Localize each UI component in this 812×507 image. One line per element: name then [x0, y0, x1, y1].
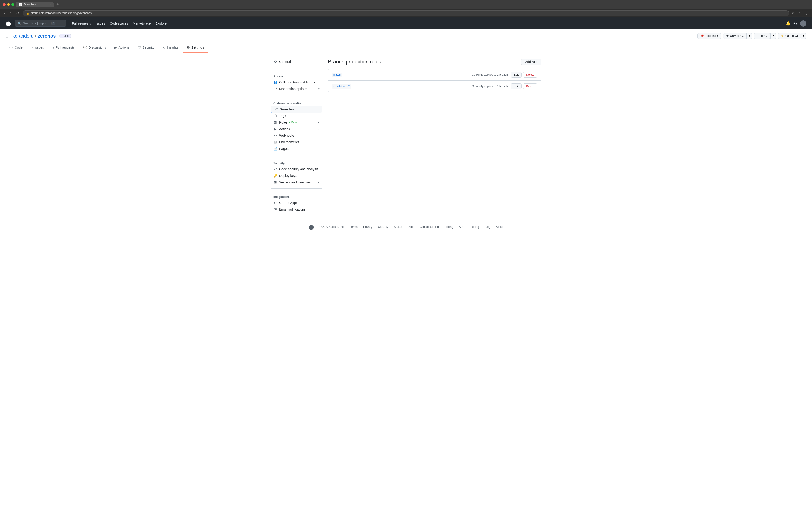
nav-settings[interactable]: ⚙ Settings [183, 43, 208, 53]
close-button[interactable] [3, 3, 6, 6]
rule-applies-main: Currently applies to 1 branch [472, 73, 508, 76]
sidebar-item-actions[interactable]: ▶ Actions ▾ [271, 126, 323, 132]
search-placeholder: Search or jump to... [23, 21, 50, 25]
nav-security[interactable]: 🛡 Security [134, 43, 158, 53]
nav-explore[interactable]: Explore [156, 21, 167, 25]
github-logo[interactable]: ⬤ [6, 21, 11, 26]
address-bar-url: github.com/korandoru/zeronos/settings/br… [31, 11, 92, 15]
sidebar-item-github-apps[interactable]: ⊙ GitHub Apps [271, 200, 323, 206]
lock-icon: 🔒 [26, 12, 30, 15]
nav-code[interactable]: <> Code [6, 43, 26, 53]
moderation-icon: 🛡 [274, 87, 277, 91]
nav-pull-requests[interactable]: Pull requests [72, 21, 91, 25]
extensions-icon[interactable]: ⧉ [791, 11, 795, 16]
maximize-button[interactable] [11, 3, 14, 6]
code-security-icon: 🛡 [274, 167, 277, 171]
sidebar-item-email-notifications[interactable]: ✉ Email notifications [271, 206, 323, 213]
breadcrumb-slash: / [35, 33, 37, 39]
general-icon: ⚙ [274, 60, 277, 64]
owner-link[interactable]: korandoru [12, 33, 34, 39]
pin-icon: 📌 [700, 34, 704, 38]
nav-actions[interactable]: ▶ Actions [111, 43, 133, 53]
insights-nav-label: Insights [167, 46, 178, 49]
new-tab-button[interactable]: + [55, 2, 60, 7]
visibility-badge: Public [59, 34, 71, 38]
repo-header: ⊡ korandoru / zeronos Public 📌 Edit Pins… [0, 30, 812, 43]
sidebar-section-security: Security [271, 158, 323, 166]
edit-main-rule-button[interactable]: Edit [511, 72, 522, 77]
sidebar-item-collaborators[interactable]: 👥 Collaborators and teams [271, 79, 323, 86]
avatar[interactable] [800, 20, 806, 26]
rules-icon: ⊡ [274, 120, 277, 124]
code-nav-label: Code [14, 46, 22, 49]
fork-button[interactable]: ⑂ Fork 7 [754, 33, 771, 39]
fork-dropdown-button[interactable]: ▾ [770, 33, 776, 39]
reload-button[interactable]: ↺ [15, 11, 21, 16]
sidebar-item-webhooks[interactable]: ↩ Webhooks [271, 132, 323, 139]
star-icon: ★ [781, 34, 784, 38]
forward-button[interactable]: › [9, 11, 13, 16]
footer-terms[interactable]: Terms [350, 225, 358, 229]
address-bar[interactable]: 🔒 github.com/korandoru/zeronos/settings/… [22, 10, 789, 16]
minimize-button[interactable] [7, 3, 10, 6]
footer-blog[interactable]: Blog [485, 225, 490, 229]
footer-about[interactable]: About [496, 225, 503, 229]
footer-security[interactable]: Security [378, 225, 388, 229]
star-button[interactable]: ★ Starred 23 [778, 33, 801, 39]
sidebar-item-moderation[interactable]: 🛡 Moderation options ▾ [271, 86, 323, 92]
unwatch-dropdown-button[interactable]: ▾ [746, 33, 752, 39]
rule-row: archive-* Currently applies to 1 branch … [328, 80, 541, 92]
github-apps-icon: ⊙ [274, 201, 277, 205]
edit-pins-group: 📌 Edit Pins ▾ [697, 33, 721, 39]
unwatch-button[interactable]: 👁 Unwatch 2 [723, 33, 746, 39]
delete-main-rule-button[interactable]: Delete [523, 72, 537, 77]
actions-sidebar-icon: ▶ [274, 127, 277, 131]
nav-pull-requests[interactable]: ⑂ Pull requests [49, 43, 78, 53]
sidebar-divider-1 [271, 68, 323, 68]
footer-docs[interactable]: Docs [408, 225, 414, 229]
nav-insights[interactable]: ∿ Insights [159, 43, 182, 53]
footer-status[interactable]: Status [394, 225, 402, 229]
more-icon[interactable]: ⋮ [804, 11, 809, 15]
edit-pins-button[interactable]: 📌 Edit Pins ▾ [697, 33, 721, 39]
sidebar-section-access: Access [271, 71, 323, 79]
nav-marketplace[interactable]: Marketplace [133, 21, 151, 25]
sidebar-item-environments[interactable]: ⊟ Environments [271, 139, 323, 146]
footer-training[interactable]: Training [469, 225, 479, 229]
sidebar-divider-2 [271, 95, 323, 95]
footer-api[interactable]: API [459, 225, 463, 229]
nav-codespaces[interactable]: Codespaces [110, 21, 128, 25]
nav-issues[interactable]: Issues [96, 21, 105, 25]
plus-icon[interactable]: +▾ [794, 21, 798, 25]
tab-title: Branches [24, 3, 36, 6]
nav-discussions[interactable]: 💬 Discussions [79, 43, 110, 53]
repo-name-link[interactable]: zeronos [38, 33, 56, 39]
sidebar-item-pages[interactable]: 📄 Pages [271, 146, 323, 152]
sidebar-item-secrets[interactable]: ⊞ Secrets and variables ▾ [271, 179, 323, 186]
tab-close-icon[interactable]: × [49, 3, 51, 6]
footer-privacy[interactable]: Privacy [363, 225, 372, 229]
fork-label: Fork [760, 34, 765, 38]
edit-archive-rule-button[interactable]: Edit [511, 83, 522, 89]
sidebar-item-code-security[interactable]: 🛡 Code security and analysis [271, 166, 323, 172]
sidebar-item-branches[interactable]: ⎇ Branches [271, 106, 323, 113]
nav-issues[interactable]: ○ Issues [27, 43, 48, 53]
bookmark-icon[interactable]: ☆ [797, 11, 802, 15]
search-bar[interactable]: 🔍 Search or jump to... / [14, 20, 66, 26]
footer-pricing[interactable]: Pricing [445, 225, 453, 229]
main-content: ⚙ General Access 👥 Collaborators and tea… [265, 53, 547, 218]
add-rule-button[interactable]: Add rule [521, 58, 541, 65]
star-dropdown-button[interactable]: ▾ [801, 33, 806, 39]
email-notifications-label: Email notifications [279, 208, 306, 211]
footer-contact[interactable]: Contact GitHub [420, 225, 439, 229]
browser-tab[interactable]: ⬤ Branches × [16, 2, 54, 7]
breadcrumb: korandoru / zeronos [12, 33, 56, 39]
delete-archive-rule-button[interactable]: Delete [523, 83, 537, 89]
sidebar-item-deploy-keys[interactable]: 🔑 Deploy keys [271, 172, 323, 179]
notifications-icon[interactable]: 🔔 [786, 21, 791, 25]
starred-label: Starred [785, 34, 794, 38]
back-button[interactable]: ‹ [3, 11, 7, 16]
sidebar-item-tags[interactable]: ⬡ Tags [271, 113, 323, 119]
sidebar-item-rules[interactable]: ⊡ Rules Beta ▾ [271, 119, 323, 126]
sidebar-item-general[interactable]: ⚙ General [271, 58, 323, 65]
